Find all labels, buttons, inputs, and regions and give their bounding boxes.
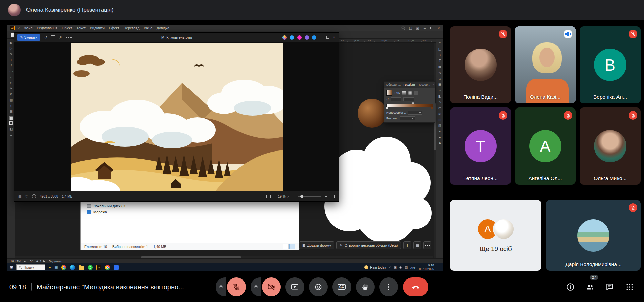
present-button[interactable] xyxy=(285,277,304,296)
thumbnails-view-icon[interactable] xyxy=(289,244,295,249)
panel-icon[interactable]: ▥ xyxy=(438,124,441,127)
browser-icon[interactable] xyxy=(105,265,110,270)
menu-item[interactable]: Вікно xyxy=(144,26,152,30)
vertical-scrollbar[interactable] xyxy=(434,43,436,258)
edit-button[interactable]: ✎ Змінити xyxy=(17,34,40,41)
chrome-icon[interactable] xyxy=(61,265,67,270)
filmstrip-icon[interactable]: ▤ xyxy=(18,195,21,198)
zoom-select[interactable]: 19 % xyxy=(278,195,289,198)
reverse-gradient-icon[interactable]: ⇄ xyxy=(386,98,389,101)
generate-vectors-button[interactable]: ✎ Створити векторні об'єкти (Beta) xyxy=(336,241,401,249)
fullscreen-icon[interactable] xyxy=(331,195,335,198)
meeting-info-button[interactable] xyxy=(566,283,575,291)
tray-icon[interactable]: ◉ xyxy=(399,266,402,269)
home-icon[interactable]: ⌂ xyxy=(18,26,20,30)
weather-widget[interactable]: Rain today xyxy=(364,265,386,269)
radial-gradient-button[interactable] xyxy=(408,91,412,95)
next-artboard-icon[interactable]: ▶ xyxy=(43,260,45,263)
zoom-in-icon[interactable]: + xyxy=(325,195,327,198)
participant-tile[interactable]: Дарія Володимирівна... xyxy=(546,200,641,271)
panel-icon[interactable]: ◑ xyxy=(439,53,441,57)
add-shape-button[interactable]: ⊞ Додати форму xyxy=(299,241,334,249)
maximize-icon[interactable] xyxy=(326,36,329,39)
rotation-value[interactable]: 0° xyxy=(30,259,33,263)
minimize-icon[interactable]: – xyxy=(423,26,427,30)
gradient-sphere-object[interactable] xyxy=(358,99,386,128)
angle-field[interactable] xyxy=(391,97,401,101)
favorite-icon[interactable]: ♡ xyxy=(25,195,28,198)
panel-icon[interactable]: T xyxy=(439,59,441,63)
opacity-select[interactable] xyxy=(408,111,422,115)
linear-gradient-button[interactable] xyxy=(402,91,406,95)
more-icon[interactable] xyxy=(66,37,72,38)
app-icon[interactable] xyxy=(290,35,294,40)
app-icon[interactable] xyxy=(282,35,287,40)
menu-item[interactable]: Текст xyxy=(76,26,85,30)
captions-button[interactable]: CC xyxy=(332,277,351,296)
more-options-button[interactable] xyxy=(423,241,431,249)
menu-item[interactable]: Файл xyxy=(24,26,33,30)
menu-item[interactable]: Ефект xyxy=(109,26,119,30)
taskbar-clock[interactable]: 9:18 06.10.2025 xyxy=(419,264,434,271)
panel-icon[interactable]: ▤ xyxy=(438,47,441,51)
raise-hand-button[interactable] xyxy=(356,277,375,296)
panel-icon[interactable]: A xyxy=(439,141,441,145)
explorer-item-network[interactable]: Мережа xyxy=(81,209,299,215)
mic-options-button[interactable] xyxy=(216,277,226,296)
creative-cloud-icon[interactable] xyxy=(312,35,316,40)
minimize-icon[interactable]: – xyxy=(319,35,323,39)
gradient-slider[interactable] xyxy=(386,104,433,107)
end-call-button[interactable] xyxy=(403,277,428,296)
participant-tile[interactable]: В Вероніка Ан... xyxy=(580,26,641,103)
panel-icon[interactable]: ○ xyxy=(439,88,441,92)
tray-icon[interactable]: ▤ xyxy=(405,266,408,269)
cloud-vector-object[interactable] xyxy=(324,136,432,245)
app-icon[interactable] xyxy=(305,35,309,40)
image-trace-button[interactable]: ▦ xyxy=(413,241,421,249)
rotate-icon[interactable]: ↺ xyxy=(44,35,47,40)
gradient-swatch[interactable] xyxy=(386,90,392,96)
aspect-field[interactable] xyxy=(403,97,414,101)
tab-gradient[interactable]: Градієнт xyxy=(403,83,415,86)
zoom-out-icon[interactable]: – xyxy=(292,195,294,198)
tray-expand-icon[interactable] xyxy=(389,266,391,268)
explorer-item-disk[interactable]: Локальний диск (D xyxy=(81,203,299,209)
mic-button[interactable] xyxy=(227,277,246,296)
freeform-gradient-button[interactable] xyxy=(414,91,418,95)
horizontal-scrollbar[interactable] xyxy=(15,256,433,258)
zoom-level[interactable]: 16.47% xyxy=(10,259,21,263)
panel-icon[interactable]: ✎ xyxy=(438,71,441,75)
chat-button[interactable] xyxy=(605,283,614,291)
panel-icon[interactable]: ◇ xyxy=(439,77,441,80)
start-button-icon[interactable]: ⊞ xyxy=(10,265,13,270)
tab-transparency[interactable]: Прозор... xyxy=(418,83,430,86)
illustrator-icon[interactable]: Ai xyxy=(96,265,102,270)
maximize-icon[interactable] xyxy=(430,27,433,29)
pinned-app-icon[interactable] xyxy=(113,265,119,270)
panel-icon[interactable]: ✂ xyxy=(438,130,441,133)
participant-tile[interactable]: А Ангеліна Ол... xyxy=(515,107,576,185)
explorer-folder-icon[interactable] xyxy=(78,265,84,270)
shared-screen[interactable]: Ai ⌂ ФайлРедагуванняОб'єктТекстВиділитиЕ… xyxy=(7,25,443,271)
taskbar-search[interactable]: Пошук xyxy=(16,264,45,270)
whatsapp-icon[interactable] xyxy=(87,265,93,270)
panel-collapse-icon[interactable]: » xyxy=(433,83,434,86)
tab-stroke[interactable]: Обведен... xyxy=(386,83,401,86)
notification-center-icon[interactable] xyxy=(437,266,441,269)
type-tool-button[interactable]: Т xyxy=(403,241,411,249)
panel-icon[interactable]: ◧ xyxy=(438,94,441,98)
search-icon[interactable] xyxy=(401,26,405,30)
panel-icon[interactable]: ● xyxy=(439,135,441,139)
language-indicator[interactable]: УКР xyxy=(410,266,416,269)
details-view-icon[interactable] xyxy=(283,244,289,249)
fill-color-swatch[interactable] xyxy=(9,116,13,120)
more-participants-tile[interactable]: А Ще 19 осіб xyxy=(450,200,541,271)
artboard-number[interactable]: 1 xyxy=(40,259,41,263)
panel-icon[interactable]: △ xyxy=(439,100,441,104)
camera-options-button[interactable] xyxy=(251,277,261,296)
panel-icon[interactable]: ◎ xyxy=(438,112,441,116)
panel-icon[interactable]: ⊞ xyxy=(438,118,441,122)
panel-icon[interactable]: ▣ xyxy=(438,83,441,86)
menu-item[interactable]: Виділити xyxy=(90,26,105,30)
fit-screen-icon[interactable] xyxy=(263,195,267,198)
